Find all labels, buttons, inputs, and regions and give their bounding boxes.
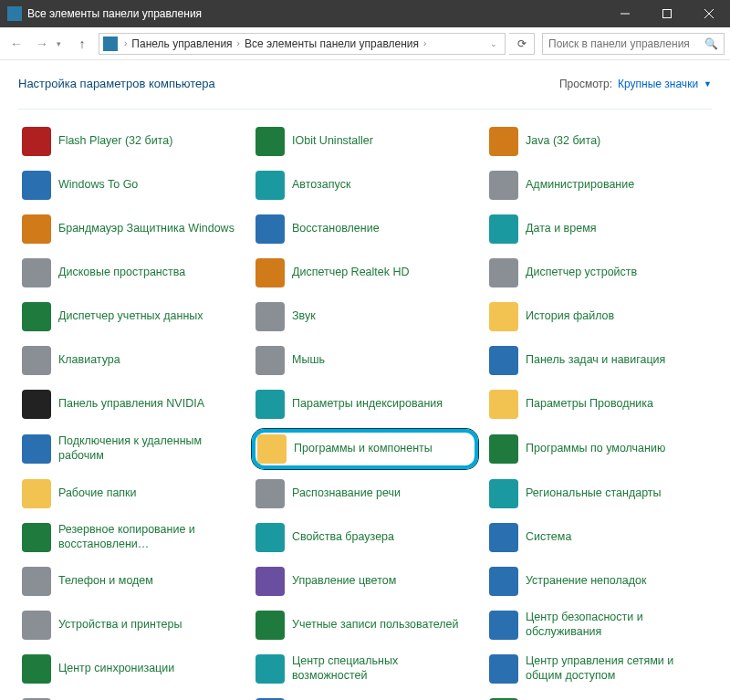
control-panel-item[interactable]: Свойства браузера bbox=[252, 518, 478, 557]
item-label: История файлов bbox=[526, 309, 614, 324]
item-label: Устройства и принтеры bbox=[58, 618, 182, 632]
control-panel-item[interactable]: Центр синхронизации bbox=[18, 650, 245, 688]
breadcrumb-part[interactable]: Панель управления bbox=[130, 37, 234, 50]
minimize-button[interactable] bbox=[604, 0, 646, 27]
control-panel-item[interactable]: Windows To Go bbox=[18, 166, 245, 204]
control-panel-item[interactable]: Дисковые пространства bbox=[18, 254, 245, 292]
item-label: Устранение неполадок bbox=[526, 574, 646, 589]
item-icon bbox=[489, 654, 518, 684]
close-button[interactable] bbox=[688, 0, 730, 27]
control-panel-item[interactable]: Параметры индексирования bbox=[252, 385, 478, 423]
control-panel-item[interactable]: Дата и время bbox=[485, 210, 712, 248]
control-panel-item[interactable]: Диспетчер устройств bbox=[485, 254, 712, 292]
item-icon bbox=[256, 127, 285, 156]
control-panel-item[interactable]: Диспетчер Realtek HD bbox=[252, 254, 478, 292]
control-panel-item[interactable]: Шифрование диска BitLocker bbox=[18, 694, 245, 700]
control-panel-item[interactable]: Панель задач и навигация bbox=[485, 341, 712, 380]
item-label: Центр безопасности и обслуживания bbox=[526, 611, 708, 639]
item-icon bbox=[22, 258, 51, 287]
item-label: Управление цветом bbox=[292, 574, 396, 589]
view-control[interactable]: Просмотр: Крупные значки ▼ bbox=[559, 78, 712, 90]
control-panel-item[interactable]: Система bbox=[485, 518, 712, 557]
item-icon bbox=[256, 654, 285, 684]
control-panel-item[interactable]: Подключения к удаленным рабочим bbox=[18, 429, 245, 469]
item-label: Дата и время bbox=[526, 222, 597, 236]
control-panel-item[interactable]: Центр управления сетями и общим доступом bbox=[485, 650, 712, 688]
item-label: Центр специальных возможностей bbox=[292, 654, 474, 683]
up-button[interactable]: ↑ bbox=[71, 33, 93, 55]
control-panel-item[interactable]: IObit Uninstaller bbox=[252, 122, 478, 161]
control-panel-item[interactable]: Параметры Проводника bbox=[485, 385, 712, 423]
item-label: Java (32 бита) bbox=[526, 134, 600, 149]
item-icon bbox=[22, 302, 51, 331]
crumb-sep-icon: › bbox=[235, 38, 243, 48]
control-panel-item[interactable]: Учетные записи пользователей bbox=[252, 606, 478, 644]
search-input[interactable] bbox=[548, 37, 701, 50]
item-label: Региональные стандарты bbox=[526, 486, 662, 501]
control-panel-item[interactable]: История файлов bbox=[485, 298, 712, 336]
control-panel-item[interactable]: Рабочие папки bbox=[18, 475, 245, 513]
refresh-button[interactable]: ⟳ bbox=[509, 33, 535, 55]
item-label: Центр синхронизации bbox=[58, 662, 174, 676]
control-panel-item[interactable]: Центр специальных возможностей bbox=[252, 650, 478, 688]
crumb-sep-icon: › bbox=[421, 38, 429, 48]
item-label: Брандмауэр Защитника Windows bbox=[58, 222, 235, 236]
search-icon: 🔍 bbox=[704, 37, 718, 50]
control-panel-item[interactable]: Flash Player (32 бита) bbox=[18, 122, 245, 161]
control-panel-item[interactable]: Электропитание bbox=[485, 694, 712, 700]
item-label: Дисковые пространства bbox=[58, 266, 185, 280]
item-icon bbox=[256, 611, 285, 640]
control-panel-item[interactable]: Шрифты bbox=[252, 694, 478, 700]
search-box[interactable]: 🔍 bbox=[542, 33, 725, 55]
control-panel-item[interactable]: Программы и компоненты bbox=[252, 429, 478, 469]
maximize-button[interactable] bbox=[646, 0, 688, 27]
item-icon bbox=[257, 434, 287, 464]
item-label: Параметры индексирования bbox=[292, 397, 443, 412]
page-title: Настройка параметров компьютера bbox=[18, 77, 215, 90]
title-bar: Все элементы панели управления bbox=[0, 0, 730, 27]
item-icon bbox=[489, 302, 518, 331]
forward-button[interactable]: → bbox=[31, 33, 53, 55]
item-icon bbox=[22, 171, 51, 200]
control-panel-item[interactable]: Java (32 бита) bbox=[485, 122, 712, 161]
breadcrumb-part[interactable]: Все элементы панели управления bbox=[243, 37, 421, 50]
address-bar[interactable]: › Панель управления › Все элементы панел… bbox=[99, 33, 506, 55]
item-icon bbox=[256, 258, 285, 287]
crumb-sep-icon: › bbox=[121, 38, 130, 48]
item-icon bbox=[489, 523, 518, 552]
control-panel-item[interactable]: Клавиатура bbox=[18, 341, 245, 380]
item-icon bbox=[22, 346, 51, 375]
item-icon bbox=[22, 127, 51, 156]
control-panel-item[interactable]: Телефон и модем bbox=[18, 562, 245, 601]
item-label: Автозапуск bbox=[292, 178, 350, 193]
history-dropdown[interactable]: ▾ bbox=[57, 39, 68, 48]
control-panel-item[interactable]: Автозапуск bbox=[252, 166, 478, 204]
item-label: Распознавание речи bbox=[292, 486, 401, 501]
item-icon bbox=[256, 214, 285, 244]
control-panel-item[interactable]: Панель управления NVIDIA bbox=[18, 385, 245, 423]
control-panel-item[interactable]: Резервное копирование и восстановлени… bbox=[18, 518, 245, 557]
control-panel-item[interactable]: Администрирование bbox=[485, 166, 712, 204]
control-panel-item[interactable]: Управление цветом bbox=[252, 562, 478, 601]
control-panel-item[interactable]: Устранение неполадок bbox=[485, 562, 712, 601]
app-icon bbox=[7, 6, 22, 21]
control-panel-item[interactable]: Программы по умолчанию bbox=[485, 429, 712, 469]
item-label: Телефон и модем bbox=[58, 574, 153, 589]
control-panel-item[interactable]: Звук bbox=[252, 298, 478, 336]
item-icon bbox=[22, 611, 51, 640]
control-panel-item[interactable]: Диспетчер учетных данных bbox=[18, 298, 245, 336]
control-panel-item[interactable]: Мышь bbox=[252, 341, 478, 380]
item-label: Восстановление bbox=[292, 222, 380, 236]
back-button[interactable]: ← bbox=[5, 33, 27, 55]
control-panel-item[interactable]: Распознавание речи bbox=[252, 475, 478, 513]
control-panel-item[interactable]: Восстановление bbox=[252, 210, 478, 248]
control-panel-item[interactable]: Брандмауэр Защитника Windows bbox=[18, 210, 245, 248]
item-label: Flash Player (32 бита) bbox=[58, 134, 172, 149]
view-value[interactable]: Крупные значки bbox=[618, 78, 698, 90]
item-icon bbox=[256, 567, 285, 596]
control-panel-item[interactable]: Региональные стандарты bbox=[485, 475, 712, 513]
address-dropdown-icon[interactable]: ⌄ bbox=[486, 39, 501, 48]
item-icon bbox=[489, 258, 518, 287]
control-panel-item[interactable]: Устройства и принтеры bbox=[18, 606, 245, 644]
control-panel-item[interactable]: Центр безопасности и обслуживания bbox=[485, 606, 712, 644]
